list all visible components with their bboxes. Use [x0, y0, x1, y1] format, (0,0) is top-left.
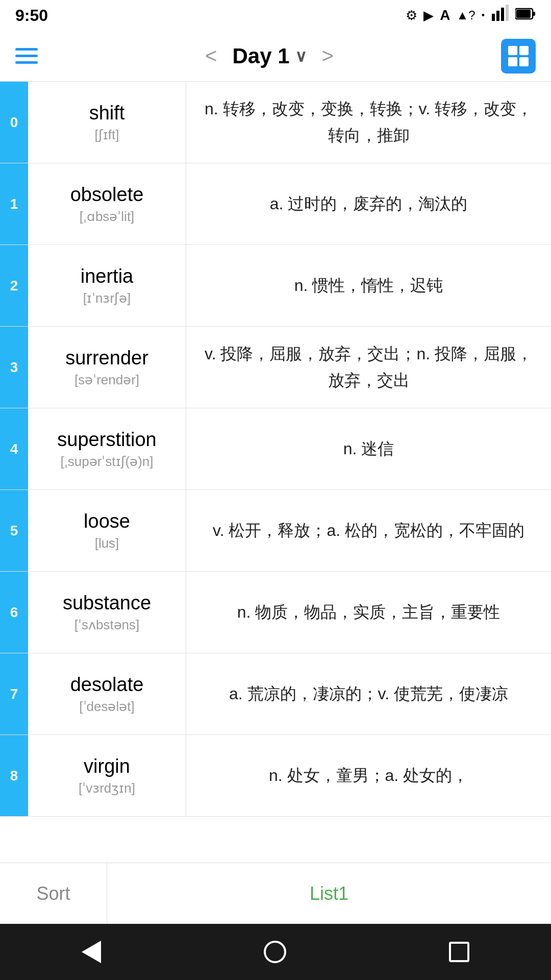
word-row[interactable]: 1 obsolete [ˌɑbsəˈlit] a. 过时的，废弃的，淘汰的 — [0, 163, 551, 245]
word-phonetic: [ˌɑbsəˈlit] — [80, 209, 135, 225]
definition-cell: v. 投降，屈服，放弃，交出；n. 投降，屈服，放弃，交出 — [186, 327, 551, 408]
svg-rect-7 — [508, 46, 517, 55]
play-icon: ▶ — [423, 8, 434, 23]
word-phonetic: [ˌsupərˈstɪʃ(ə)n] — [60, 454, 153, 470]
svg-rect-1 — [496, 11, 499, 21]
word-phonetic: [ˈsʌbstəns] — [74, 617, 140, 633]
status-icons: ⚙ ▶ A ▲? • — [406, 5, 536, 27]
dot-icon: • — [482, 10, 485, 21]
sort-tab-label: Sort — [36, 883, 70, 904]
word-cell: desolate [ˈdesələt] — [28, 653, 186, 734]
word-text: surrender — [65, 347, 148, 369]
word-cell: shift [ʃɪft] — [28, 82, 186, 163]
row-index: 2 — [0, 245, 28, 326]
word-row[interactable]: 6 substance [ˈsʌbstəns] n. 物质，物品，实质，主旨，重… — [0, 572, 551, 653]
word-text: inertia — [81, 265, 134, 287]
wifi-icon: ▲? — [457, 8, 475, 22]
svg-rect-9 — [508, 57, 517, 66]
bottom-tab-bar: Sort List1 — [0, 863, 551, 924]
definition-cell: a. 荒凉的，凄凉的；v. 使荒芜，使凄凉 — [186, 653, 551, 734]
row-index: 4 — [0, 408, 28, 489]
definition-cell: n. 物质，物品，实质，主旨，重要性 — [186, 572, 551, 653]
word-text: shift — [89, 102, 125, 124]
text-icon: A — [440, 7, 450, 23]
word-row[interactable]: 2 inertia [ɪˈnɜrʃə] n. 惯性，惰性，迟钝 — [0, 245, 551, 327]
top-nav: < Day 1 ∨ > — [0, 31, 551, 82]
gear-icon: ⚙ — [406, 8, 417, 23]
word-phonetic: [səˈrendər] — [74, 372, 139, 388]
hamburger-button[interactable] — [15, 48, 38, 64]
word-row[interactable]: 4 superstition [ˌsupərˈstɪʃ(ə)n] n. 迷信 — [0, 408, 551, 490]
recents-square-icon — [449, 942, 469, 962]
word-cell: loose [lus] — [28, 490, 186, 571]
row-index: 5 — [0, 490, 28, 571]
list1-tab-label: List1 — [310, 883, 348, 904]
nav-center: < Day 1 ∨ > — [200, 44, 339, 68]
definition-cell: a. 过时的，废弃的，淘汰的 — [186, 163, 551, 244]
definition-cell: n. 惯性，惰性，迟钝 — [186, 245, 551, 326]
word-list: 0 shift [ʃɪft] n. 转移，改变，变换，转换；v. 转移，改变，转… — [0, 82, 551, 863]
word-row[interactable]: 0 shift [ʃɪft] n. 转移，改变，变换，转换；v. 转移，改变，转… — [0, 82, 551, 163]
hamburger-line-1 — [15, 48, 38, 51]
word-text: desolate — [70, 674, 144, 696]
hamburger-line-3 — [15, 61, 38, 64]
list1-tab[interactable]: List1 — [107, 863, 551, 924]
row-index: 3 — [0, 327, 28, 408]
word-text: virgin — [84, 755, 130, 777]
back-triangle-icon — [82, 941, 101, 963]
recents-button[interactable] — [449, 942, 469, 962]
row-index: 6 — [0, 572, 28, 653]
definition-cell: v. 松开，释放；a. 松的，宽松的，不牢固的 — [186, 490, 551, 571]
home-circle-icon — [264, 941, 286, 963]
grid-view-button[interactable] — [501, 39, 536, 74]
home-button[interactable] — [264, 941, 286, 963]
definition-cell: n. 处女，童男；a. 处女的， — [186, 735, 551, 816]
word-cell: superstition [ˌsupərˈstɪʃ(ə)n] — [28, 408, 186, 489]
definition-cell: n. 转移，改变，变换，转换；v. 转移，改变，转向，推卸 — [186, 82, 551, 163]
word-row[interactable]: 8 virgin [ˈvɜrdʒɪn] n. 处女，童男；a. 处女的， — [0, 735, 551, 817]
word-cell: virgin [ˈvɜrdʒɪn] — [28, 735, 186, 816]
row-index: 8 — [0, 735, 28, 816]
sort-tab[interactable]: Sort — [0, 863, 107, 924]
word-text: obsolete — [70, 184, 144, 206]
dropdown-arrow-icon: ∨ — [295, 46, 307, 66]
svg-rect-8 — [519, 46, 529, 55]
word-phonetic: [ˈdesələt] — [79, 699, 134, 715]
prev-day-button[interactable]: < — [200, 44, 222, 67]
word-cell: surrender [səˈrendər] — [28, 327, 186, 408]
word-text: substance — [63, 592, 151, 614]
next-day-button[interactable]: > — [317, 44, 339, 67]
svg-rect-10 — [519, 57, 529, 66]
word-text: loose — [84, 510, 130, 532]
svg-rect-3 — [506, 5, 509, 21]
word-phonetic: [lus] — [95, 535, 119, 551]
word-phonetic: [ˈvɜrdʒɪn] — [79, 780, 135, 796]
day-title[interactable]: Day 1 ∨ — [232, 44, 306, 68]
status-bar: 9:50 ⚙ ▶ A ▲? • — [0, 0, 551, 31]
word-cell: substance [ˈsʌbstəns] — [28, 572, 186, 653]
svg-rect-6 — [516, 10, 531, 18]
svg-rect-0 — [492, 14, 495, 21]
word-cell: obsolete [ˌɑbsəˈlit] — [28, 163, 186, 244]
definition-cell: n. 迷信 — [186, 408, 551, 489]
day-title-text: Day 1 — [232, 44, 289, 68]
signal-icon — [491, 5, 509, 27]
battery-icon — [515, 7, 536, 24]
status-time: 9:50 — [15, 6, 48, 25]
word-phonetic: [ɪˈnɜrʃə] — [83, 290, 131, 306]
row-index: 7 — [0, 653, 28, 734]
word-text: superstition — [57, 429, 156, 451]
row-index: 0 — [0, 82, 28, 163]
hamburger-line-2 — [15, 55, 38, 57]
word-row[interactable]: 3 surrender [səˈrendər] v. 投降，屈服，放弃，交出；n… — [0, 327, 551, 408]
svg-rect-5 — [533, 12, 535, 16]
word-phonetic: [ʃɪft] — [95, 127, 119, 143]
word-row[interactable]: 7 desolate [ˈdesələt] a. 荒凉的，凄凉的；v. 使荒芜，… — [0, 653, 551, 735]
word-cell: inertia [ɪˈnɜrʃə] — [28, 245, 186, 326]
android-nav-bar — [0, 924, 551, 980]
row-index: 1 — [0, 163, 28, 244]
back-button[interactable] — [82, 941, 101, 963]
svg-rect-2 — [501, 8, 504, 21]
word-row[interactable]: 5 loose [lus] v. 松开，释放；a. 松的，宽松的，不牢固的 — [0, 490, 551, 572]
